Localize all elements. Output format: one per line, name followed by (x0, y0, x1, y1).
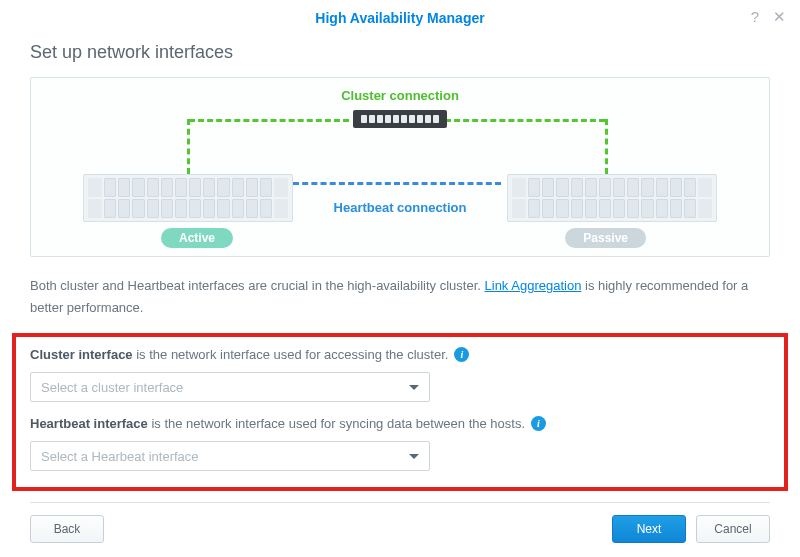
info-icon[interactable]: i (454, 347, 469, 362)
titlebar: High Availability Manager ? ✕ (0, 0, 800, 36)
passive-badge: Passive (565, 228, 646, 248)
heartbeat-label-rest: is the network interface used for syncin… (148, 416, 525, 431)
cluster-line (445, 119, 605, 122)
network-switch-icon (353, 110, 447, 128)
cluster-line (187, 119, 190, 174)
window-controls: ? ✕ (751, 8, 786, 26)
chevron-down-icon (409, 454, 419, 459)
close-icon[interactable]: ✕ (773, 8, 786, 26)
cluster-label-rest: is the network interface used for access… (133, 347, 449, 362)
cluster-select-placeholder: Select a cluster interface (41, 380, 183, 395)
cancel-button[interactable]: Cancel (696, 515, 770, 543)
intro-text: Both cluster and Heartbeat interfaces ar… (30, 275, 770, 319)
next-button[interactable]: Next (612, 515, 686, 543)
cluster-label-bold: Cluster interface (30, 347, 133, 362)
help-icon[interactable]: ? (751, 8, 759, 26)
back-button[interactable]: Back (30, 515, 104, 543)
heartbeat-select-placeholder: Select a Hearbeat interface (41, 449, 199, 464)
interface-selection-highlight: Cluster interface is the network interfa… (12, 333, 788, 491)
heartbeat-connection-label: Heartbeat connection (31, 200, 769, 215)
cluster-connection-label: Cluster connection (31, 88, 769, 103)
heartbeat-interface-select[interactable]: Select a Hearbeat interface (30, 441, 430, 471)
heartbeat-line (293, 182, 501, 185)
intro-pre: Both cluster and Heartbeat interfaces ar… (30, 278, 485, 293)
content: Set up network interfaces Cluster connec… (0, 36, 800, 491)
cluster-line (189, 119, 349, 122)
cluster-line (605, 119, 608, 174)
network-diagram: Cluster connection Heartbeat connection … (30, 77, 770, 257)
info-icon[interactable]: i (531, 416, 546, 431)
cluster-interface-select[interactable]: Select a cluster interface (30, 372, 430, 402)
footer: Back Next Cancel (30, 502, 770, 543)
heartbeat-interface-label: Heartbeat interface is the network inter… (30, 416, 770, 431)
link-aggregation-link[interactable]: Link Aggregation (485, 278, 582, 293)
page-title: Set up network interfaces (30, 42, 770, 63)
cluster-interface-label: Cluster interface is the network interfa… (30, 347, 770, 362)
heartbeat-label-bold: Heartbeat interface (30, 416, 148, 431)
chevron-down-icon (409, 385, 419, 390)
window-title: High Availability Manager (315, 10, 484, 26)
active-badge: Active (161, 228, 233, 248)
